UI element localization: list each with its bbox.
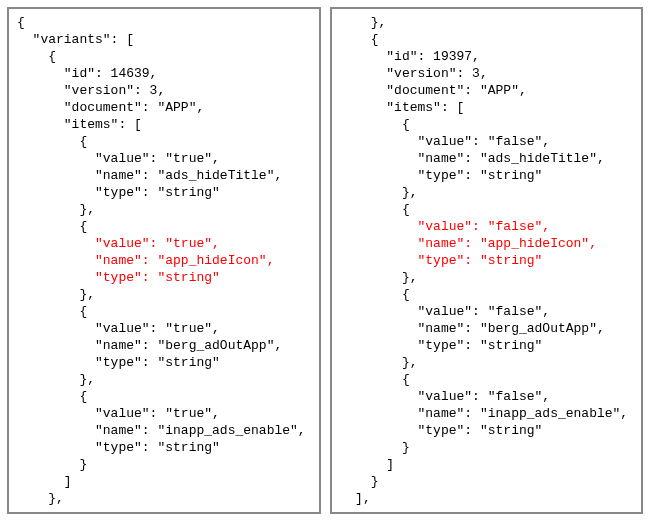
- code-line: "type": "string": [17, 355, 220, 370]
- code-line: "type": "string": [17, 185, 220, 200]
- code-line: {: [17, 49, 56, 64]
- code-line: "document": "APP",: [340, 83, 527, 98]
- code-line: {: [340, 202, 410, 217]
- code-line-highlight: "value": "true",: [17, 236, 220, 251]
- code-line: "type": "string": [17, 440, 220, 455]
- code-line: "value": "true",: [17, 151, 220, 166]
- code-line: "type": "string": [340, 423, 543, 438]
- code-line: "type": "string": [340, 168, 543, 183]
- code-line: "id": 14639,: [17, 66, 157, 81]
- code-line: },: [340, 270, 418, 285]
- code-line: "name": "inapp_ads_enable",: [340, 406, 629, 421]
- code-line: "value": "false",: [340, 389, 551, 404]
- code-line-highlight: "name": "app_hideIcon",: [17, 253, 274, 268]
- code-line: "items": [: [17, 117, 142, 132]
- code-line: }: [340, 440, 410, 455]
- code-line: "type": "string": [340, 338, 543, 353]
- json-panel-left: { "variants": [ { "id": 14639, "version"…: [7, 7, 321, 514]
- code-line: {: [17, 134, 87, 149]
- code-line: ]: [340, 457, 395, 472]
- code-line: }: [340, 474, 379, 489]
- code-line: "value": "false",: [340, 134, 551, 149]
- code-line-highlight: "value": "false",: [340, 219, 551, 234]
- code-line: "name": "berg_adOutApp",: [340, 321, 605, 336]
- code-line: {: [340, 32, 379, 47]
- code-line: },: [340, 185, 418, 200]
- code-line-highlight: "type": "string": [17, 270, 220, 285]
- code-line: {: [340, 287, 410, 302]
- code-line: {: [340, 117, 410, 132]
- code-line: }: [17, 457, 87, 472]
- code-line: {: [340, 372, 410, 387]
- json-panel-right: }, { "id": 19397, "version": 3, "documen…: [330, 7, 644, 514]
- code-line: ],: [340, 491, 371, 506]
- code-line: },: [340, 355, 418, 370]
- code-line: {: [17, 15, 25, 30]
- code-line: "version": 3,: [340, 66, 488, 81]
- code-line: },: [17, 372, 95, 387]
- code-line: "variants": [: [17, 32, 134, 47]
- code-line-highlight: "name": "app_hideIcon",: [340, 236, 597, 251]
- code-line: "version": 3,: [17, 83, 165, 98]
- code-line: "value": "true",: [17, 321, 220, 336]
- code-line: },: [17, 202, 95, 217]
- code-line: "document": "APP",: [17, 100, 204, 115]
- code-line: {: [17, 219, 87, 234]
- code-line: {: [17, 389, 87, 404]
- code-line: "name": "ads_hideTitle",: [340, 151, 605, 166]
- code-line: },: [17, 491, 64, 506]
- code-line: ]: [17, 474, 72, 489]
- code-line: "value": "true",: [17, 406, 220, 421]
- code-line: "name": "inapp_ads_enable",: [17, 423, 306, 438]
- code-line: {: [17, 304, 87, 319]
- code-line: "id": 19397,: [340, 49, 480, 64]
- code-line-highlight: "type": "string": [340, 253, 543, 268]
- code-line: },: [340, 15, 387, 30]
- code-line: "name": "berg_adOutApp",: [17, 338, 282, 353]
- code-line: "items": [: [340, 100, 465, 115]
- code-line: },: [17, 287, 95, 302]
- code-line: "name": "ads_hideTitle",: [17, 168, 282, 183]
- code-line: "value": "false",: [340, 304, 551, 319]
